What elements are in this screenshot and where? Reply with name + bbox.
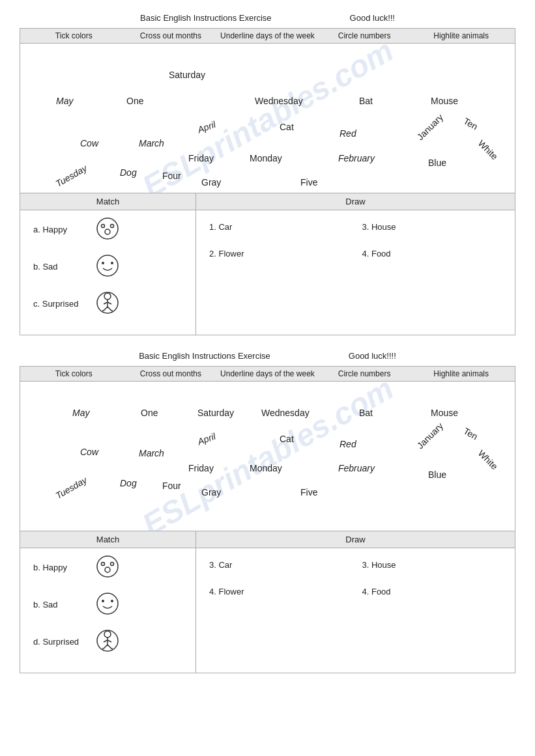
word-item: Mouse: [431, 96, 458, 106]
word-item: March: [139, 138, 164, 148]
draw-item: 4. Food: [362, 581, 502, 602]
title-1: Basic English Instructions Exercise: [140, 13, 272, 23]
face-icon: [96, 291, 119, 316]
word-item: Red: [340, 439, 356, 449]
draw-header-1: Draw: [196, 193, 515, 210]
match-item: b. Sad: [33, 592, 182, 617]
instructions-row-1: Tick colors Cross out months Underline d…: [20, 29, 515, 44]
word-item: Bat: [359, 96, 373, 106]
word-item: Bat: [359, 408, 373, 418]
match-items-1: a. Happyb. Sadc. Surprised: [20, 210, 195, 335]
word-item: Cow: [80, 447, 98, 457]
word-item: Blue: [428, 158, 446, 168]
word-item: March: [139, 448, 164, 458]
word-item: January: [415, 421, 446, 451]
good-luck-2: Good luck!!!!: [349, 351, 396, 361]
draw-item: 3. House: [362, 217, 502, 237]
match-items-2: b. Happyb. Sadd. Surprised: [20, 548, 195, 673]
svg-point-13: [111, 563, 114, 566]
word-item: Wednesday: [255, 96, 303, 106]
word-item: Cow: [80, 138, 98, 148]
match-header-2: Match: [20, 531, 195, 548]
page-header-2: Basic English Instructions Exercise Good…: [20, 351, 515, 361]
title-2: Basic English Instructions Exercise: [139, 351, 270, 361]
draw-item: 2. Flower: [209, 244, 349, 264]
match-item: c. Surprised: [33, 291, 182, 316]
match-header-1: Match: [20, 193, 195, 210]
face-icon: [96, 254, 119, 279]
bottom-section-1: Match a. Happyb. Sadc. Surprised Draw 1.…: [20, 193, 515, 335]
svg-point-3: [111, 225, 114, 228]
svg-point-5: [102, 262, 104, 264]
good-luck-1: Good luck!!!: [350, 13, 395, 23]
svg-point-6: [111, 262, 113, 264]
exercise-block-1: Tick colors Cross out months Underline d…: [20, 28, 515, 335]
instructions-row-2: Tick colors Cross out months Underline d…: [20, 367, 515, 382]
instr-cross-1: Cross out months: [123, 31, 220, 40]
exercise-block-2: Tick colors Cross out months Underline d…: [20, 366, 515, 673]
draw-item: 1. Car: [209, 217, 349, 237]
instr-circle-2: Circle numbers: [316, 369, 413, 378]
word-item: April: [196, 119, 217, 135]
match-label: c. Surprised: [33, 299, 85, 309]
word-item: April: [196, 431, 217, 447]
draw-item: 3. Car: [209, 555, 349, 575]
word-item: Five: [300, 487, 317, 497]
face-icon: [96, 555, 119, 580]
word-item: One: [126, 96, 143, 106]
match-label: a. Happy: [33, 225, 85, 234]
draw-items-2: 3. Car3. House4. Flower4. Food: [196, 548, 515, 608]
bottom-section-2: Match b. Happyb. Sadd. Surprised Draw 3.…: [20, 531, 515, 673]
draw-header-2: Draw: [196, 531, 515, 548]
word-grid-1: ESLprintables.com SaturdayMayOneWednesda…: [20, 44, 515, 193]
instr-underline-2: Underline days of the week: [219, 369, 316, 378]
word-item: Red: [340, 128, 356, 139]
instr-cross-2: Cross out months: [123, 369, 220, 378]
word-item: White: [476, 448, 500, 472]
match-label: b. Sad: [33, 600, 85, 609]
word-item: Saturday: [169, 70, 205, 80]
svg-point-0: [97, 218, 118, 239]
word-item: Four: [162, 171, 181, 181]
instr-highlight-2: Highlite animals: [412, 369, 510, 378]
svg-point-2: [102, 225, 105, 228]
watermark-2: ESLprintables.com: [136, 382, 399, 531]
face-icon: [96, 217, 119, 242]
svg-point-10: [97, 556, 118, 577]
draw-col-2: Draw 3. Car3. House4. Flower4. Food: [196, 531, 515, 673]
match-label: d. Surprised: [33, 637, 85, 647]
face-icon: [96, 629, 119, 654]
match-item: b. Sad: [33, 254, 182, 279]
draw-col-1: Draw 1. Car3. House2. Flower4. Food: [196, 193, 515, 335]
word-item: May: [72, 408, 89, 418]
word-item: Monday: [250, 463, 282, 473]
word-item: Dog: [120, 478, 137, 488]
word-item: Dog: [120, 167, 137, 178]
svg-point-8: [104, 293, 111, 300]
match-col-2: Match b. Happyb. Sadd. Surprised: [20, 531, 196, 673]
word-item: Friday: [188, 463, 214, 473]
instr-tick-2: Tick colors: [25, 369, 123, 378]
word-item: May: [56, 96, 73, 106]
word-item: February: [338, 153, 375, 163]
svg-point-4: [97, 255, 118, 276]
svg-point-12: [102, 563, 105, 566]
match-item: b. Happy: [33, 555, 182, 580]
draw-item: 4. Food: [362, 244, 502, 264]
word-item: Cat: [280, 434, 294, 444]
word-item: Gray: [201, 177, 221, 188]
svg-point-11: [105, 567, 110, 572]
instr-circle-1: Circle numbers: [316, 31, 413, 40]
svg-point-14: [97, 593, 118, 614]
page-header-1: Basic English Instructions Exercise Good…: [20, 13, 515, 23]
word-item: January: [415, 112, 446, 143]
word-item: Ten: [462, 425, 480, 441]
draw-items-1: 1. Car3. House2. Flower4. Food: [196, 210, 515, 270]
word-item: Wednesday: [261, 408, 310, 418]
word-item: Five: [300, 177, 317, 188]
match-label: b. Sad: [33, 262, 85, 272]
face-icon: [96, 592, 119, 617]
word-item: Tuesday: [54, 163, 89, 189]
word-item: Saturday: [197, 408, 234, 418]
svg-point-15: [102, 600, 104, 602]
